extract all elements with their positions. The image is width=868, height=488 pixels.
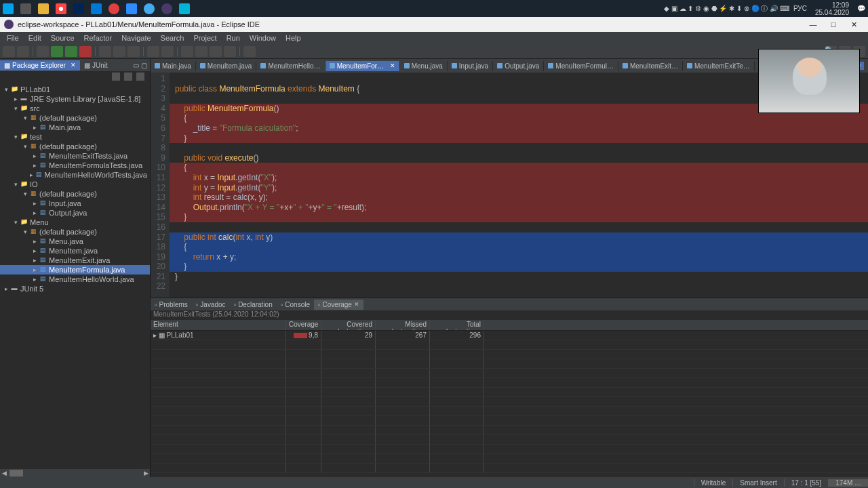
toolbar-button[interactable] <box>161 46 174 57</box>
notification-icon[interactable]: 💬 <box>857 5 865 12</box>
editor-tab[interactable]: MenuItem.java <box>196 61 257 71</box>
tree-item[interactable]: ▾▦(default package) <box>0 142 150 151</box>
tree-item[interactable]: ▸▤MenuItemHelloWorldTests.java <box>0 170 150 180</box>
tree-item[interactable]: ▾📁PLLab01 <box>0 85 150 94</box>
start-icon[interactable] <box>3 3 14 14</box>
code-line[interactable]: int y = Input.getInt("Y"); <box>170 183 868 193</box>
menu-search[interactable]: Search <box>157 33 189 43</box>
code-line[interactable] <box>170 281 868 291</box>
editor-tab[interactable]: Menu.java <box>400 61 448 71</box>
code-line[interactable]: int result = calc(x, y); <box>170 192 868 203</box>
toolbar-button[interactable] <box>17 46 29 57</box>
menu-file[interactable]: File <box>3 33 23 43</box>
editor-tab[interactable]: Input.java <box>448 61 493 71</box>
editor-tab[interactable]: MenuItemExitTe… <box>683 61 755 71</box>
tree-item[interactable]: ▸▤MenuItemFormulaTests.java <box>0 161 150 170</box>
code-line[interactable]: int x = Input.getInt("X"); <box>170 173 868 183</box>
menu-run[interactable]: Run <box>222 33 244 43</box>
status-memory[interactable]: 174M … <box>828 479 868 487</box>
toolbar-button[interactable] <box>113 46 125 57</box>
toolbar-button[interactable] <box>37 46 49 57</box>
minimize-button[interactable]: — <box>803 20 823 28</box>
code-line[interactable]: } <box>170 272 868 282</box>
zoom-icon[interactable] <box>126 3 137 14</box>
code-line[interactable]: } <box>170 262 868 272</box>
tree-item[interactable]: ▸▤Menu.java <box>0 237 150 246</box>
code-line[interactable] <box>170 222 868 232</box>
menu-help[interactable]: Help <box>281 33 305 43</box>
tree-item[interactable]: ▾▦(default package) <box>0 227 150 237</box>
editor-tab[interactable]: MenuItemFormul…✕ <box>326 61 400 71</box>
editor-tab[interactable]: MenuItemExit… <box>618 61 683 71</box>
bottom-tab-declaration[interactable]: ▫Declaration <box>230 300 277 310</box>
editor-tab[interactable]: MenuItemHello… <box>256 61 325 71</box>
toolbar-button[interactable] <box>195 46 208 57</box>
app2-icon[interactable] <box>144 3 155 14</box>
tree-item[interactable]: ▾📁Menu <box>0 218 150 227</box>
tree-item[interactable]: ▸▤Input.java <box>0 199 150 208</box>
tree-item[interactable]: ▾📁src <box>0 104 150 113</box>
coverage-table[interactable]: Element Coverage Covered Instructions Mi… <box>151 320 868 477</box>
bottom-tab-javadoc[interactable]: ▫Javadoc <box>192 300 230 310</box>
code-line[interactable]: _title = "Formula calculation"; <box>170 123 868 134</box>
code-line[interactable]: } <box>170 134 868 144</box>
menu-window[interactable]: Window <box>245 33 280 43</box>
toolbar-button[interactable] <box>243 46 256 57</box>
pin-icon[interactable] <box>179 3 190 14</box>
editor-tab[interactable]: Output.java <box>493 61 544 71</box>
menu-edit[interactable]: Edit <box>24 33 45 43</box>
toolbar-button[interactable] <box>79 46 92 57</box>
bottom-tab-problems[interactable]: ▫Problems <box>151 300 192 310</box>
vs-icon[interactable] <box>91 3 102 14</box>
app-icon[interactable] <box>108 3 119 14</box>
toolbar-button[interactable] <box>65 46 77 57</box>
editor-tab[interactable]: MenuItemFormul… <box>544 61 618 71</box>
bottom-tab-console[interactable]: ▫Console <box>277 300 314 310</box>
chrome-icon[interactable] <box>56 3 66 14</box>
taskview-icon[interactable] <box>20 3 31 14</box>
code-line[interactable] <box>170 143 868 153</box>
lang-indicator[interactable]: РУС <box>793 5 807 12</box>
toolbar-button[interactable] <box>147 46 159 57</box>
toolbar-button[interactable] <box>210 46 222 57</box>
code-line[interactable]: return x + y; <box>170 252 868 262</box>
eclipse-icon[interactable] <box>161 3 172 14</box>
link-editor-icon[interactable] <box>124 73 132 81</box>
tree-item[interactable]: ▸▤MenuItemFormula.java <box>0 265 150 274</box>
tree-item[interactable]: ▾▦(default package) <box>0 113 150 123</box>
toolbar-button[interactable] <box>127 46 140 57</box>
tree-item[interactable]: ▸▬JRE System Library [JavaSE-1.8] <box>0 94 150 104</box>
tree-item[interactable]: ▾📁IO <box>0 180 150 189</box>
bottom-tab-coverage[interactable]: ▫Coverage ✕ <box>314 300 363 310</box>
view-menu-icon[interactable] <box>136 73 144 81</box>
sidebar-tab[interactable]: ▦Package Explorer✕ <box>0 60 80 70</box>
maximize-button[interactable]: □ <box>823 20 844 28</box>
coverage-row[interactable]: ▸ ▦ PLLab019,8 %29267296 <box>151 331 868 340</box>
collapse-all-icon[interactable] <box>112 73 120 81</box>
code-line[interactable]: { <box>170 163 868 173</box>
menu-source[interactable]: Source <box>47 33 79 43</box>
menu-refactor[interactable]: Refactor <box>80 33 117 43</box>
sidebar-scrollbar[interactable]: ◀▶ <box>0 469 150 477</box>
tree-item[interactable]: ▸▬JUnit 5 <box>0 284 150 293</box>
tree-item[interactable]: ▸▤MenuItemExitTests.java <box>0 151 150 161</box>
code-line[interactable]: public int calc(int x, int y) <box>170 232 868 243</box>
tree-item[interactable]: ▸▤Main.java <box>0 123 150 132</box>
tree-item[interactable]: ▸▤MenuItem.java <box>0 246 150 256</box>
tree-item[interactable]: ▸▤MenuItemHelloWorld.java <box>0 274 150 284</box>
tray-icons[interactable]: ◆ ▣ ☁ ⬆ ⚙ ◉ ⬣ ⚡ ✱ ⬇ ⊗ 🔵 ⓘ 🔊 ⌨ <box>664 4 789 14</box>
toolbar-button[interactable] <box>99 46 111 57</box>
clock[interactable]: 12:09 25.04.2020 <box>811 1 853 16</box>
powershell-icon[interactable] <box>73 3 84 14</box>
tree-item[interactable]: ▾▦(default package) <box>0 189 150 199</box>
sidebar-tab[interactable]: ▦JUnit <box>80 60 112 70</box>
menu-project[interactable]: Project <box>189 33 220 43</box>
code-line[interactable]: } <box>170 212 868 222</box>
toolbar-button[interactable] <box>181 46 193 57</box>
menu-navigate[interactable]: Navigate <box>117 33 155 43</box>
tree-item[interactable]: ▸▤MenuItemExit.java <box>0 256 150 265</box>
explorer-icon[interactable] <box>38 3 49 14</box>
code-line[interactable]: { <box>170 242 868 252</box>
close-button[interactable]: ✕ <box>844 20 864 29</box>
toolbar-button[interactable] <box>51 46 63 57</box>
